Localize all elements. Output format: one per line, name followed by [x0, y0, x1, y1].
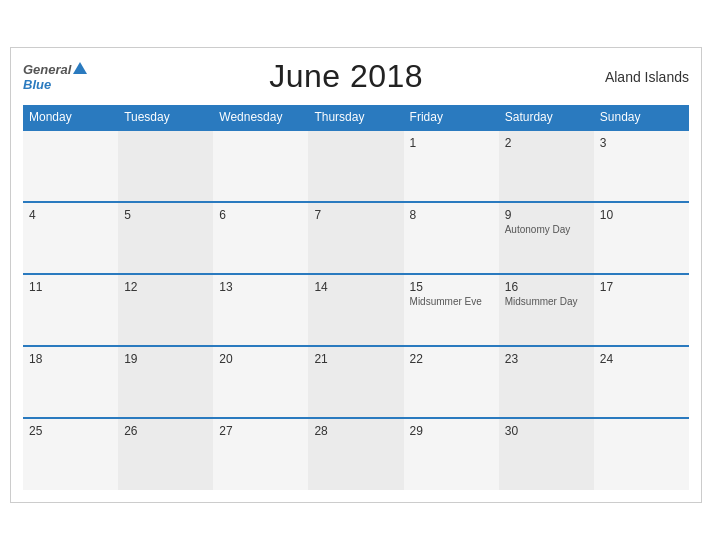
calendar-day-cell: 21: [308, 346, 403, 418]
calendar-day-cell: 20: [213, 346, 308, 418]
calendar-day-cell: 6: [213, 202, 308, 274]
calendar-day-cell: 3: [594, 130, 689, 202]
calendar-tbody: 123456789Autonomy Day101112131415Midsumm…: [23, 130, 689, 490]
calendar-day-cell: 25: [23, 418, 118, 490]
day-number: 17: [600, 280, 683, 294]
day-number: 21: [314, 352, 397, 366]
logo: General Blue: [23, 62, 87, 92]
day-number: 13: [219, 280, 302, 294]
day-event: Midsummer Eve: [410, 296, 493, 307]
day-number: 28: [314, 424, 397, 438]
day-number: 7: [314, 208, 397, 222]
calendar-week-2: 456789Autonomy Day10: [23, 202, 689, 274]
day-event: Midsummer Day: [505, 296, 588, 307]
day-number: 27: [219, 424, 302, 438]
calendar-day-cell: 1: [404, 130, 499, 202]
header-day-thursday: Thursday: [308, 105, 403, 130]
day-number: 25: [29, 424, 112, 438]
day-number: 3: [600, 136, 683, 150]
logo-triangle-icon: [73, 62, 87, 74]
header-day-wednesday: Wednesday: [213, 105, 308, 130]
header-day-monday: Monday: [23, 105, 118, 130]
calendar-day-cell: 19: [118, 346, 213, 418]
calendar-day-cell: 29: [404, 418, 499, 490]
calendar-header-row: MondayTuesdayWednesdayThursdayFridaySatu…: [23, 105, 689, 130]
day-number: 18: [29, 352, 112, 366]
calendar-day-cell: 9Autonomy Day: [499, 202, 594, 274]
day-number: 20: [219, 352, 302, 366]
calendar-day-cell: 17: [594, 274, 689, 346]
calendar-day-cell: [308, 130, 403, 202]
header-day-tuesday: Tuesday: [118, 105, 213, 130]
calendar-day-cell: 26: [118, 418, 213, 490]
logo-general-text: General: [23, 62, 71, 77]
day-number: 22: [410, 352, 493, 366]
calendar-header: General Blue June 2018 Aland Islands: [23, 58, 689, 95]
day-number: 8: [410, 208, 493, 222]
day-event: Autonomy Day: [505, 224, 588, 235]
day-number: 1: [410, 136, 493, 150]
day-number: 24: [600, 352, 683, 366]
calendar-day-cell: [118, 130, 213, 202]
calendar-day-cell: 23: [499, 346, 594, 418]
calendar-day-cell: 8: [404, 202, 499, 274]
calendar-day-cell: 30: [499, 418, 594, 490]
day-number: 16: [505, 280, 588, 294]
calendar-region: Aland Islands: [605, 69, 689, 85]
day-number: 6: [219, 208, 302, 222]
calendar-day-cell: 2: [499, 130, 594, 202]
day-number: 5: [124, 208, 207, 222]
header-day-friday: Friday: [404, 105, 499, 130]
header-day-sunday: Sunday: [594, 105, 689, 130]
calendar-week-4: 18192021222324: [23, 346, 689, 418]
calendar-day-cell: 28: [308, 418, 403, 490]
calendar-week-3: 1112131415Midsummer Eve16Midsummer Day17: [23, 274, 689, 346]
day-number: 10: [600, 208, 683, 222]
day-number: 14: [314, 280, 397, 294]
day-number: 15: [410, 280, 493, 294]
calendar-day-cell: 18: [23, 346, 118, 418]
calendar-day-cell: [213, 130, 308, 202]
day-number: 12: [124, 280, 207, 294]
calendar-day-cell: 27: [213, 418, 308, 490]
calendar-day-cell: 14: [308, 274, 403, 346]
calendar-grid: MondayTuesdayWednesdayThursdayFridaySatu…: [23, 105, 689, 490]
day-number: 30: [505, 424, 588, 438]
calendar-day-cell: 7: [308, 202, 403, 274]
calendar-title: June 2018: [269, 58, 423, 95]
calendar-day-cell: 22: [404, 346, 499, 418]
header-day-saturday: Saturday: [499, 105, 594, 130]
day-number: 26: [124, 424, 207, 438]
calendar-week-1: 123: [23, 130, 689, 202]
calendar-day-cell: 10: [594, 202, 689, 274]
logo-blue-text: Blue: [23, 77, 51, 92]
calendar-day-cell: 16Midsummer Day: [499, 274, 594, 346]
calendar-day-cell: 24: [594, 346, 689, 418]
calendar-day-cell: 11: [23, 274, 118, 346]
calendar-day-cell: 4: [23, 202, 118, 274]
calendar-day-cell: 5: [118, 202, 213, 274]
day-number: 23: [505, 352, 588, 366]
day-number: 2: [505, 136, 588, 150]
day-number: 29: [410, 424, 493, 438]
calendar-day-cell: [23, 130, 118, 202]
day-number: 19: [124, 352, 207, 366]
day-number: 11: [29, 280, 112, 294]
calendar-day-cell: 12: [118, 274, 213, 346]
calendar-thead: MondayTuesdayWednesdayThursdayFridaySatu…: [23, 105, 689, 130]
calendar-day-cell: 15Midsummer Eve: [404, 274, 499, 346]
calendar-container: General Blue June 2018 Aland Islands Mon…: [10, 47, 702, 503]
calendar-week-5: 252627282930: [23, 418, 689, 490]
calendar-day-cell: 13: [213, 274, 308, 346]
day-number: 9: [505, 208, 588, 222]
calendar-day-cell: [594, 418, 689, 490]
day-number: 4: [29, 208, 112, 222]
